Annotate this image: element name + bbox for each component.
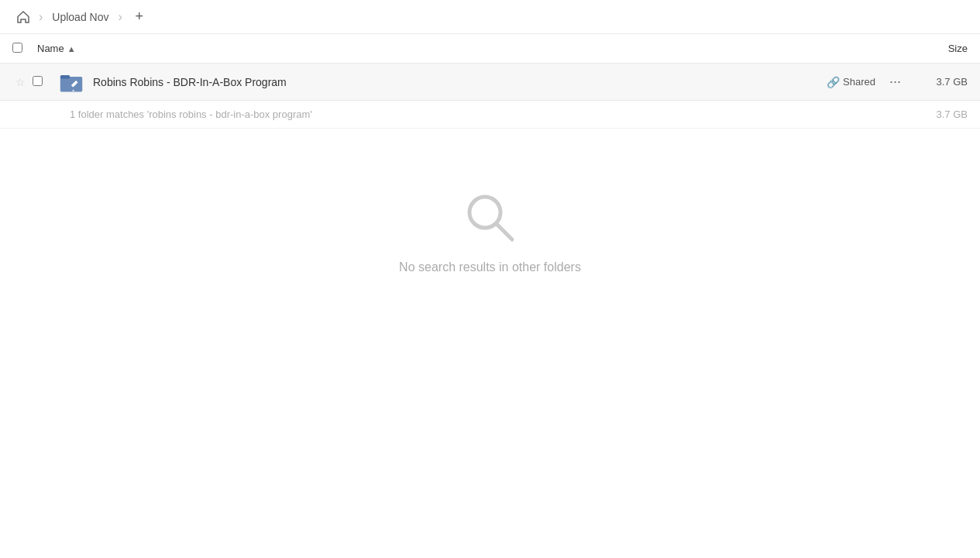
row-actions: 🔗 Shared ··· (766, 72, 906, 91)
shared-label: Shared (843, 76, 875, 88)
column-size-header[interactable]: Size (906, 43, 968, 54)
row-checkbox-cell (33, 76, 57, 88)
svg-rect-0 (60, 76, 82, 91)
match-info-size: 3.7 GB (906, 108, 968, 120)
header-checkbox-cell (12, 43, 37, 55)
no-results-text: No search results in other folders (399, 260, 581, 274)
topbar: › Upload Nov › + (0, 0, 980, 34)
no-results-search-icon (463, 191, 518, 245)
row-checkbox[interactable] (33, 76, 43, 86)
select-all-checkbox[interactable] (12, 43, 22, 53)
add-button[interactable]: + (129, 6, 150, 28)
breadcrumb-separator-2: › (118, 10, 122, 24)
match-info-text: 1 folder matches 'robins robins - bdr-in… (70, 108, 906, 120)
column-name-label: Name (37, 43, 64, 54)
home-button[interactable] (12, 6, 34, 28)
no-results-section: No search results in other folders (0, 129, 980, 305)
breadcrumb-separator-1: › (39, 10, 43, 24)
file-size: 3.7 GB (906, 76, 968, 88)
table-header: Name ▲ Size (0, 34, 980, 64)
breadcrumb-upload-nov[interactable]: Upload Nov (47, 9, 113, 25)
sort-arrow-icon: ▲ (67, 44, 76, 53)
home-icon (15, 9, 31, 25)
link-icon: 🔗 (827, 76, 840, 88)
folder-icon-wrap (57, 68, 85, 96)
svg-line-5 (497, 224, 512, 239)
shared-badge[interactable]: 🔗 Shared (827, 76, 875, 88)
column-name-header[interactable]: Name ▲ (37, 43, 828, 54)
folder-icon (59, 70, 84, 95)
match-info-row: 1 folder matches 'robins robins - bdr-in… (0, 101, 980, 129)
table-row[interactable]: ☆ Robins Robins - BDR-In-A-Box Program 🔗… (0, 64, 980, 101)
more-options-button[interactable]: ··· (885, 72, 906, 91)
star-icon[interactable]: ☆ (12, 74, 28, 90)
file-name-label: Robins Robins - BDR-In-A-Box Program (93, 76, 766, 88)
svg-rect-1 (60, 75, 70, 78)
